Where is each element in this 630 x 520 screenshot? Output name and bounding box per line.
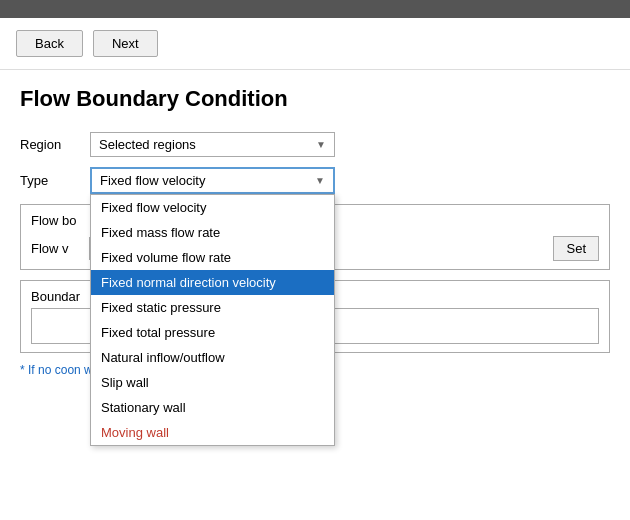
type-row: Type Fixed flow velocity ▼ Fixed flow ve… [20,167,610,194]
dropdown-item[interactable]: Fixed normal direction velocity [91,270,334,295]
type-label: Type [20,173,80,188]
next-button[interactable]: Next [93,30,158,57]
region-arrow-icon: ▼ [316,139,326,150]
flow-velocity-label: Flow v [31,241,81,256]
type-dropdown-menu: Fixed flow velocityFixed mass flow rateF… [90,194,335,446]
dropdown-item[interactable]: Stationary wall [91,395,334,420]
footnote-prefix: * If no co [20,363,67,377]
type-arrow-icon: ▼ [315,175,325,186]
type-dropdown-container: Fixed flow velocity ▼ Fixed flow velocit… [90,167,335,194]
dropdown-item[interactable]: Fixed static pressure [91,295,334,320]
dropdown-item[interactable]: Fixed total pressure [91,320,334,345]
top-bar [0,0,630,18]
dropdown-item[interactable]: Moving wall [91,420,334,445]
type-value: Fixed flow velocity [100,173,205,188]
dropdown-item[interactable]: Fixed mass flow rate [91,220,334,245]
dropdown-item[interactable]: Natural inflow/outflow [91,345,334,370]
region-select[interactable]: Selected regions ▼ [90,132,335,157]
back-button[interactable]: Back [16,30,83,57]
dropdown-item[interactable]: Fixed flow velocity [91,195,334,220]
region-row: Region Selected regions ▼ [20,132,610,157]
toolbar: Back Next [0,18,630,70]
dropdown-item[interactable]: Fixed volume flow rate [91,245,334,270]
set-button[interactable]: Set [553,236,599,261]
page-title: Flow Boundary Condition [20,86,610,112]
type-select[interactable]: Fixed flow velocity ▼ [90,167,335,194]
region-value: Selected regions [99,137,196,152]
main-content: Flow Boundary Condition Region Selected … [0,70,630,393]
region-label: Region [20,137,80,152]
dropdown-item[interactable]: Slip wall [91,370,334,395]
